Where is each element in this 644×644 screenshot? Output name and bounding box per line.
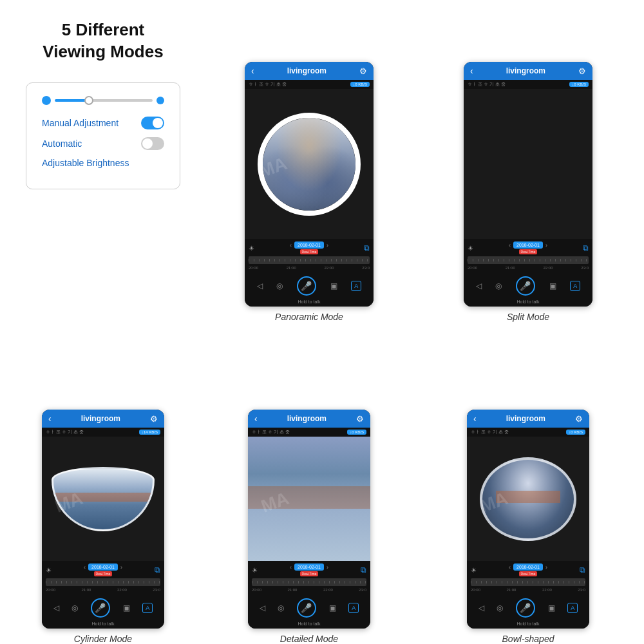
panoramic-label: Panoramic Mode <box>275 312 343 322</box>
speaker-icon-split[interactable]: ◁ <box>476 281 482 290</box>
back-icon-cylinder[interactable]: ‹ <box>48 413 52 424</box>
slider-row[interactable] <box>42 96 164 105</box>
cylinder-header: ‹ livingroom ⚙ <box>42 410 164 428</box>
speaker-icon-bowl[interactable]: ◁ <box>478 603 484 612</box>
split-date-row: ☀ ‹ 2018-02-01 › Real-Time ⧉ <box>468 242 589 254</box>
bowl-header: ‹ livingroom ⚙ <box>467 410 589 428</box>
cylinder-label: Cylinder Mode <box>74 634 132 644</box>
split-timestamps: 20:00 21:00 22:00 23:0 <box>468 266 589 270</box>
slider-track[interactable] <box>55 99 153 102</box>
split-realtime: Real-Time <box>519 249 538 254</box>
gear-icon-det[interactable]: ⚙ <box>356 414 364 424</box>
automatic-toggle[interactable] <box>141 137 164 150</box>
speaker-icon-cyl[interactable]: ◁ <box>53 603 59 612</box>
cylinder-subheader: ㅎㅏ 조 ㅎ 기 초 중 ↓14 KB/S <box>42 428 164 437</box>
manual-adjustment-toggle[interactable] <box>141 117 164 129</box>
detailed-timeline: ☀ ‹ 2018-02-01 › Real-Time ⧉ 20:00 21:00 <box>248 561 370 594</box>
auto-icon-det[interactable]: A <box>348 603 359 613</box>
slider-thumb[interactable] <box>84 96 93 105</box>
auto-icon-bowl[interactable]: A <box>567 603 578 613</box>
cylinder-timeline: ☀ ‹ 2018-02-01 › Real-Time ⧉ 20:00 21:00 <box>42 561 164 594</box>
cylinder-date: 2018-02-01 <box>88 564 118 571</box>
panoramic-date-row: ☀ ‹ 2018-02-01 › Real-Time ⧉ <box>249 242 370 254</box>
cylinder-kb: ↓14 KB/S <box>139 430 160 435</box>
auto-icon-split[interactable]: A <box>570 281 580 291</box>
automatic-item: Automatic <box>42 137 164 150</box>
gear-icon-split[interactable]: ⚙ <box>578 66 586 76</box>
panoramic-header: ‹ livingroom ⚙ <box>245 62 374 80</box>
detailed-hold: Hold to talk <box>248 621 370 629</box>
detailed-date: 2018-02-01 <box>294 564 324 571</box>
slider-left-dot <box>42 96 51 105</box>
video-icon-cyl[interactable]: ▣ <box>123 603 130 612</box>
copy-icon-cyl: ⧉ <box>155 565 160 574</box>
panoramic-timeline: ☀ ‹ 2018-02-01 › Real-Time ⧉ 20:00 21:00 <box>245 239 374 272</box>
split-timeline: ☀ ‹ 2018-02-01 › Real-Time ⧉ 20:00 21:00 <box>464 239 592 272</box>
camera-icon[interactable]: ◎ <box>276 281 283 290</box>
copy-icon: ⧉ <box>364 243 370 252</box>
back-icon-split[interactable]: ‹ <box>470 66 473 76</box>
speaker-icon[interactable]: ◁ <box>257 281 263 290</box>
split-title: livingroom <box>506 66 545 75</box>
back-icon-bowl[interactable]: ‹ <box>473 413 477 424</box>
panoramic-subheader: ㅎㅏ 조 ㅎ 기 초 중 ↓0 KB/S <box>245 80 374 89</box>
panoramic-phone: ‹ livingroom ⚙ ㅎㅏ 조 ㅎ 기 초 중 ↓0 KB/S MA ☀ <box>245 62 374 307</box>
split-kb: ↓0 KB/S <box>569 82 589 87</box>
bowl-timeline-bar[interactable] <box>471 578 585 586</box>
bowl-subheader: ㅎㅏ 조 ㅎ 기 초 중 ↓0 KB/S <box>467 428 589 437</box>
cylinder-timeline-bar[interactable] <box>46 578 160 586</box>
automatic-label: Automatic <box>42 138 82 149</box>
split-header: ‹ livingroom ⚙ <box>464 62 592 80</box>
mic-button-det[interactable]: 🎤 <box>297 598 316 618</box>
split-phone: ‹ livingroom ⚙ ㅎㅏ 조 ㅎ 기 초 중 ↓0 KB/S ☀ ‹ <box>464 62 592 307</box>
bowl-view-area: MA <box>467 437 589 561</box>
auto-icon[interactable]: A <box>351 281 361 291</box>
split-date: 2018-02-01 <box>513 242 543 249</box>
gear-icon-cylinder[interactable]: ⚙ <box>150 414 158 424</box>
copy-icon-bowl: ⧉ <box>580 565 585 574</box>
back-icon-det[interactable]: ‹ <box>254 413 258 424</box>
speaker-icon-det[interactable]: ◁ <box>260 603 265 612</box>
detailed-controls: ◁ ◎ 🎤 ▣ A <box>248 594 370 621</box>
camera-icon-split[interactable]: ◎ <box>495 281 502 290</box>
manual-adjustment-item: Manual Adjustment <box>42 117 164 129</box>
split-label: Split Mode <box>507 312 549 322</box>
split-subheader: ㅎㅏ 조 ㅎ 기 초 중 ↓0 KB/S <box>464 80 592 89</box>
detailed-view-area: MA <box>248 437 370 561</box>
gear-icon[interactable]: ⚙ <box>359 66 367 76</box>
video-icon[interactable]: ▣ <box>330 281 337 290</box>
video-icon-det[interactable]: ▣ <box>329 603 336 612</box>
cylinder-shape <box>52 467 155 531</box>
panoramic-inner <box>263 118 355 211</box>
mic-button-cyl[interactable]: 🎤 <box>91 598 110 618</box>
auto-icon-cyl[interactable]: A <box>142 603 153 613</box>
slider-right-dot <box>156 97 164 104</box>
panoramic-title: livingroom <box>287 66 327 75</box>
video-icon-bowl[interactable]: ▣ <box>548 603 555 612</box>
bowl-label: Bowl-shaped <box>502 634 554 644</box>
brightness-label: Adjustable Brightness <box>42 158 129 168</box>
brightness-icon-det: ☀ <box>252 567 258 574</box>
video-icon-split[interactable]: ▣ <box>549 281 556 290</box>
bowl-phone: ‹ livingroom ⚙ ㅎㅏ 조 ㅎ 기 초 중 ↓0 KB/S MA ☀ <box>467 410 589 629</box>
panoramic-timeline-bar[interactable] <box>249 256 370 264</box>
camera-icon-cyl[interactable]: ◎ <box>71 603 78 612</box>
brightness-icon: ☀ <box>249 245 254 252</box>
detailed-label: Detailed Mode <box>280 634 338 644</box>
gear-icon-bowl[interactable]: ⚙ <box>575 414 583 424</box>
camera-icon-det[interactable]: ◎ <box>278 603 284 612</box>
cylinder-stripe <box>53 493 153 502</box>
mic-button[interactable]: 🎤 <box>297 276 316 296</box>
back-icon[interactable]: ‹ <box>251 66 254 76</box>
brightness-icon-cyl: ☀ <box>46 567 52 574</box>
camera-icon-bowl[interactable]: ◎ <box>497 603 503 612</box>
cylinder-phone: ‹ livingroom ⚙ ㅎㅏ 조 ㅎ 기 초 중 ↓14 KB/S MA … <box>42 410 164 629</box>
settings-box: Manual Adjustment Automatic Adjustable B… <box>26 82 180 189</box>
brightness-icon-bowl: ☀ <box>471 567 477 574</box>
cylinder-timestamps: 20:00 21:00 22:00 23:0 <box>46 588 160 592</box>
split-timeline-bar[interactable] <box>468 256 589 264</box>
mic-button-bowl[interactable]: 🎤 <box>516 598 535 618</box>
mic-button-split[interactable]: 🎤 <box>516 276 535 296</box>
detailed-timeline-bar[interactable] <box>252 578 366 586</box>
cylinder-hold: Hold to talk <box>42 621 164 629</box>
